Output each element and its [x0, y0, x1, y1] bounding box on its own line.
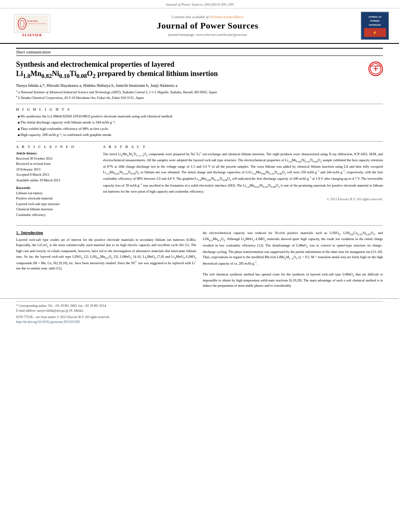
intro-heading: 1. Introduction [16, 230, 196, 235]
keyword-5: Coulombic efficiency [16, 212, 97, 218]
journal-homepage: journal homepage: www.elsevier.com/locat… [56, 33, 359, 37]
revised-label: Received in revised form [16, 161, 97, 167]
abstract-title: A B S T R A C T [103, 145, 383, 149]
highlight-item: We synthesize the Li1.0Mn0.82Ni0.10Ti0.0… [18, 114, 383, 119]
highlights-list: We synthesize the Li1.0Mn0.82Ni0.10Ti0.0… [16, 114, 383, 138]
article-title: Synthesis and electrochemical properties… [16, 60, 383, 80]
article-info-column: A R T I C L E I N F O Article history: R… [16, 145, 97, 220]
svg-text:SOURCES: SOURCES [369, 24, 381, 26]
history-label: Article history: [16, 151, 97, 155]
article-info-title: A R T I C L E I N F O [16, 145, 97, 149]
affiliations: a a National Institute of Advanced Indus… [16, 89, 383, 100]
body-col-right: the electrochemical capacity was reduced… [203, 230, 383, 289]
journal-title-area: Contents lists available at SciVerse Sci… [56, 15, 359, 37]
section-title-text: Introduction [21, 230, 43, 235]
main-content: Short communication CrossMark Synthesis … [0, 44, 399, 293]
divider-1 [16, 104, 383, 104]
sciverse-link: Contents lists available at SciVerse Sci… [56, 15, 359, 19]
affiliation-b: b b Tanaka Chemical Corporation, 45-5-10… [16, 95, 383, 101]
elsevier-branding: ELSEVIER ELSEVIER [8, 14, 56, 37]
doi-line[interactable]: http://dx.doi.org/10.1016/j.jpowsour.201… [16, 320, 383, 325]
highlight-item: The initial discharge capacity with lith… [18, 120, 383, 125]
keyword-4: Chemical lithium insertion [16, 207, 97, 212]
revised-date: 19 February 2013 [16, 167, 97, 173]
online-date: Available online 19 March 2013 [16, 178, 97, 183]
page: Journal of Power Sources 244 (2013) 505–… [0, 0, 399, 532]
highlights-title: H I G H L I G H T S [16, 107, 383, 111]
accepted-date: Accepted 8 March 2013 [16, 172, 97, 178]
keyword-3: Layered rock-salt type structure [16, 201, 97, 207]
copyright-line: © 2013 Elsevier B.V. All rights reserved… [103, 197, 383, 201]
journal-logo-right: JOURNAL OF POWER SOURCES ⚡ [359, 12, 391, 40]
highlight-item: They exhibit high coulombic efficiency o… [18, 126, 383, 132]
divider-2 [16, 141, 383, 142]
crossmark-icon: CrossMark [368, 62, 383, 76]
keyword-2: Positive electrode material [16, 196, 97, 201]
svg-text:⚡: ⚡ [373, 31, 377, 35]
article-type: Short communication [16, 48, 383, 56]
keywords-section: Keywords: Lithium ion battery Positive e… [16, 186, 97, 218]
highlight-item: High capacity, 208 mAh g⁻¹, is confirmed… [18, 132, 383, 138]
svg-text:JOURNAL OF: JOURNAL OF [368, 16, 381, 18]
keywords-label: Keywords: [16, 186, 97, 190]
section-number: 1. Introduction [16, 230, 43, 235]
abstract-column: A B S T R A C T The novel LixMnyNizTi1−y… [103, 145, 383, 220]
issn-line: 0378-7753/$ – see front matter © 2013 El… [16, 315, 383, 320]
journal-header: ELSEVIER ELSEVIER Contents lists availab… [0, 8, 399, 44]
elsevier-logo-box: ELSEVIER [14, 14, 50, 33]
title-area: CrossMark Synthesis and electrochemical … [16, 60, 383, 80]
affiliation-a: a a National Institute of Advanced Indus… [16, 89, 383, 95]
svg-text:POWER: POWER [370, 20, 379, 22]
footnote-1: * Corresponding author. Tel.: +81 29 861… [16, 304, 383, 308]
body-col-left: 1. Introduction Layered rock-salt type o… [16, 230, 196, 289]
footnote-2: E-mail address: naoya-ishida@aist.go.jp … [16, 308, 383, 313]
received-date: Received 30 October 2012 [16, 156, 97, 162]
article-info-abstract: A R T I C L E I N F O Article history: R… [16, 145, 383, 220]
svg-text:ELSEVIER: ELSEVIER [27, 20, 38, 22]
keyword-1: Lithium ion battery [16, 191, 97, 196]
journal-citation: Journal of Power Sources 244 (2013) 505–… [0, 0, 399, 8]
elsevier-label: ELSEVIER [23, 33, 42, 37]
highlights-section: H I G H L I G H T S We synthesize the Li… [16, 107, 383, 138]
footer-divider [16, 301, 383, 302]
authors-line: Naoya Ishida a,*, Hiroshi Hayakawa a, Hi… [16, 83, 383, 88]
intro-text-right: the electrochemical capacity was reduced… [203, 230, 383, 289]
intro-text-left: Layered rock-salt type oxides are of int… [16, 237, 196, 271]
body-content: 1. Introduction Layered rock-salt type o… [16, 230, 383, 289]
abstract-text: The novel LixMnyNizTi1−y−zO2 compounds w… [103, 151, 383, 195]
divider-3 [16, 225, 383, 226]
journal-logo-image: JOURNAL OF POWER SOURCES ⚡ [361, 12, 389, 40]
footer: * Corresponding author. Tel.: +81 29 861… [0, 298, 399, 329]
article-history: Article history: Received 30 October 201… [16, 151, 97, 183]
journal-title: Journal of Power Sources [56, 21, 359, 31]
